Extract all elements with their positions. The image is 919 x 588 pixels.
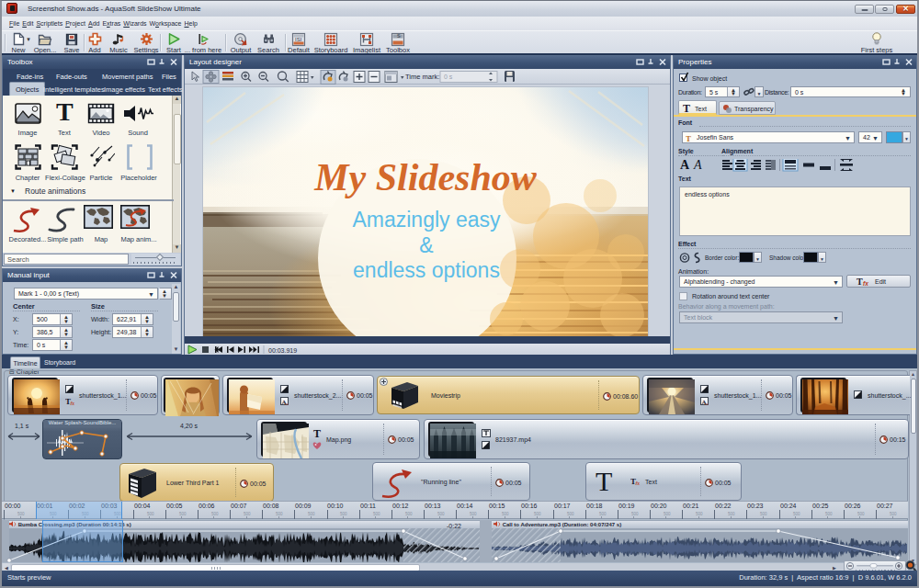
svg-text:00:08: 00:08: [263, 503, 279, 509]
svg-text:00:13: 00:13: [425, 503, 441, 509]
svg-text:fx: fx: [705, 401, 708, 406]
svg-text:500: 500: [793, 512, 800, 516]
svg-text:500: 500: [890, 512, 897, 516]
svg-text:00:21: 00:21: [683, 503, 699, 509]
svg-text:fx: fx: [71, 401, 75, 405]
svg-text:00:20: 00:20: [651, 503, 667, 509]
svg-text:500: 500: [340, 512, 347, 516]
svg-text:500: 500: [244, 512, 251, 516]
svg-text:500: 500: [534, 512, 541, 516]
svg-text:00:24: 00:24: [780, 503, 797, 509]
svg-text:500: 500: [17, 512, 25, 516]
svg-text:00:25: 00:25: [812, 503, 829, 509]
svg-text:Amazingly easy: Amazingly easy: [352, 208, 501, 232]
svg-text:500: 500: [631, 512, 639, 516]
svg-text:fx: fx: [636, 481, 641, 485]
svg-text:00:18: 00:18: [586, 503, 603, 509]
svg-text:00:19: 00:19: [618, 503, 635, 509]
svg-text:500: 500: [276, 512, 283, 516]
svg-text:&: &: [419, 233, 433, 257]
svg-text:00:27: 00:27: [877, 503, 893, 509]
svg-text:00:06: 00:06: [199, 503, 215, 509]
svg-text:00:00: 00:00: [5, 503, 21, 509]
svg-text:500: 500: [696, 512, 703, 516]
svg-text:My Slideshow: My Slideshow: [313, 156, 538, 198]
svg-text:00:23: 00:23: [747, 503, 764, 509]
svg-text:00:11: 00:11: [360, 503, 376, 509]
svg-text:500: 500: [502, 512, 509, 516]
svg-text:500: 500: [211, 512, 219, 516]
svg-text:500: 500: [470, 512, 477, 516]
svg-text:00:05: 00:05: [166, 503, 183, 509]
svg-text:Time mark:: Time mark:: [405, 73, 439, 81]
svg-text:500: 500: [857, 512, 865, 516]
svg-text:00:03.919: 00:03.919: [268, 347, 297, 354]
svg-text:500: 500: [567, 512, 574, 516]
svg-text:00:26: 00:26: [845, 503, 861, 509]
svg-text:00:12: 00:12: [392, 503, 409, 509]
svg-text:00:10: 00:10: [327, 503, 344, 509]
svg-text:00:16: 00:16: [521, 503, 538, 509]
svg-text:00:09: 00:09: [295, 503, 312, 509]
svg-text:00:04: 00:04: [134, 503, 151, 509]
svg-text:500: 500: [147, 512, 154, 516]
svg-text:500: 500: [308, 512, 315, 516]
svg-text:00:17: 00:17: [554, 503, 571, 509]
svg-text:500: 500: [760, 512, 767, 516]
svg-text:00:15: 00:15: [489, 503, 505, 509]
svg-text:fx: fx: [285, 401, 288, 406]
svg-text:500: 500: [179, 512, 187, 516]
svg-text:T: T: [686, 134, 691, 142]
svg-text:00:22: 00:22: [715, 503, 732, 509]
svg-text:500: 500: [825, 512, 833, 516]
svg-text:500: 500: [373, 512, 380, 516]
svg-text:0 s: 0 s: [444, 74, 453, 80]
svg-text:00:14: 00:14: [457, 503, 473, 509]
svg-text:endless options: endless options: [353, 258, 500, 282]
svg-text:500: 500: [728, 512, 735, 516]
svg-text:500: 500: [664, 512, 671, 516]
svg-text:500: 500: [405, 512, 413, 516]
svg-text:500: 500: [599, 512, 607, 516]
svg-text:500: 500: [437, 512, 445, 516]
svg-text:00:07: 00:07: [231, 503, 247, 509]
